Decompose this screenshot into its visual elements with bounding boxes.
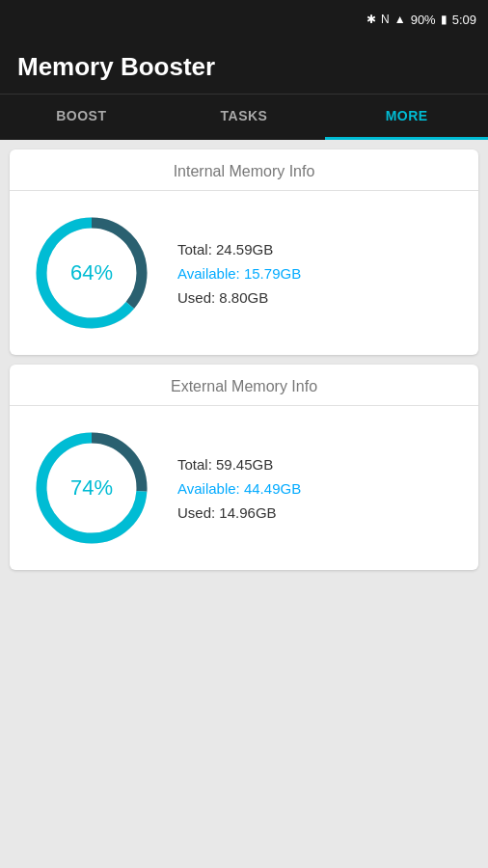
external-memory-card: External Memory Info 74% Total: 59.45GB … [10, 365, 478, 570]
external-available: Available: 44.49GB [177, 480, 301, 497]
wifi-icon: N [381, 13, 390, 26]
internal-used: Used: 8.80GB [177, 289, 301, 306]
internal-memory-title: Internal Memory Info [10, 149, 478, 191]
status-icons: ✱ N ▲ 90% ▮ 5:09 [366, 13, 476, 27]
internal-total: Total: 24.59GB [177, 241, 301, 258]
internal-percentage: 64% [70, 260, 113, 285]
app-header: Memory Booster [0, 39, 488, 94]
battery-icon: ▮ [441, 13, 447, 26]
tab-bar: BOOST TASKS MORE [0, 94, 488, 140]
content-area: Internal Memory Info 64% Total: 24.59GB … [0, 140, 488, 580]
app-title: Memory Booster [17, 52, 471, 82]
signal-icon: ▲ [394, 13, 406, 26]
tab-tasks[interactable]: TASKS [163, 95, 326, 140]
internal-memory-info: Total: 24.59GB Available: 15.79GB Used: … [177, 241, 301, 306]
external-percentage: 74% [70, 475, 113, 501]
external-total: Total: 59.45GB [177, 456, 301, 473]
internal-memory-body: 64% Total: 24.59GB Available: 15.79GB Us… [10, 191, 478, 355]
internal-donut-chart: 64% [29, 210, 154, 336]
bluetooth-icon: ✱ [366, 13, 376, 26]
time: 5:09 [452, 13, 476, 27]
external-donut-chart: 74% [29, 425, 154, 551]
battery-level: 90% [411, 13, 436, 27]
tab-more[interactable]: MORE [325, 95, 488, 140]
external-memory-info: Total: 59.45GB Available: 44.49GB Used: … [177, 456, 301, 521]
internal-available: Available: 15.79GB [177, 265, 301, 282]
internal-memory-card: Internal Memory Info 64% Total: 24.59GB … [10, 149, 478, 355]
external-memory-title: External Memory Info [10, 365, 478, 406]
tab-boost[interactable]: BOOST [0, 95, 163, 140]
status-bar: ✱ N ▲ 90% ▮ 5:09 [0, 0, 488, 39]
external-used: Used: 14.96GB [177, 504, 301, 521]
external-memory-body: 74% Total: 59.45GB Available: 44.49GB Us… [10, 406, 478, 570]
